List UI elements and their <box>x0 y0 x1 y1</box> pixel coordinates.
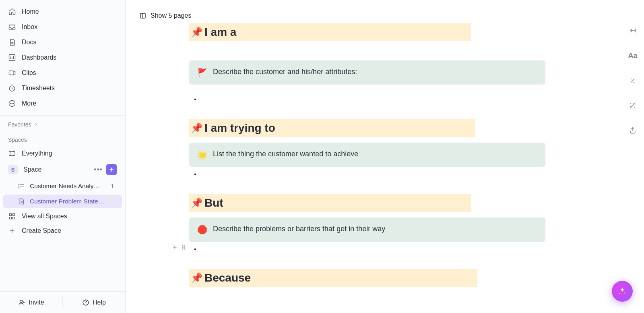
sidebar-item-view-all-spaces[interactable]: View all Spaces <box>0 209 125 224</box>
sidebar-bottom: Invite Help <box>0 291 125 313</box>
help-button[interactable]: Help <box>63 299 125 306</box>
inbox-icon <box>8 23 16 31</box>
nav-more-label: More <box>22 100 36 107</box>
nav-dashboards-label: Dashboards <box>22 54 56 61</box>
help-label: Help <box>93 299 106 306</box>
tree-item-label: Customer Needs Analy… <box>30 182 104 190</box>
bullet-empty[interactable] <box>194 171 620 178</box>
tree-item-customer-needs[interactable]: Customer Needs Analy… 1 <box>3 179 122 193</box>
nav-inbox-label: Inbox <box>22 23 37 31</box>
doc-icon <box>8 38 16 46</box>
spaces-section[interactable]: Spaces <box>0 131 125 146</box>
tree-item-label: Customer Problem State… <box>30 198 114 205</box>
nav-docs[interactable]: Docs <box>0 35 125 50</box>
callout-text: Describe the problems or barriers that g… <box>213 225 385 233</box>
callout-problems[interactable]: 🛑 Describe the problems or barriers that… <box>189 218 545 242</box>
space-badge: S <box>8 165 18 174</box>
add-block-button[interactable] <box>171 244 178 252</box>
sidebar-item-create-space[interactable]: Create Space <box>0 224 125 238</box>
nav-dashboards[interactable]: Dashboards <box>0 50 125 65</box>
stop-icon: 🛑 <box>197 225 207 234</box>
svg-point-18 <box>20 300 23 303</box>
tree-item-customer-problem[interactable]: Customer Problem State… <box>3 195 122 208</box>
bullet-empty[interactable] <box>194 96 620 103</box>
nav-docs-label: Docs <box>22 39 36 46</box>
nav-home[interactable]: Home <box>0 4 125 19</box>
favorites-section[interactable]: Favorites <box>0 116 125 131</box>
nav-timesheets-label: Timesheets <box>22 85 55 92</box>
heading-text: Because <box>204 272 251 284</box>
nav-home-label: Home <box>22 8 39 15</box>
chevron-right-icon <box>34 122 39 127</box>
callout-text: Describe the customer and his/her attrib… <box>213 68 357 76</box>
create-space-label: Create Space <box>22 227 61 234</box>
heading-i-am-a[interactable]: 📌 I am a <box>189 23 471 41</box>
doc-content: 📌 I am a 🚩 Describe the customer and his… <box>189 23 620 303</box>
collapse-sidebar-button[interactable] <box>626 24 639 37</box>
nav-timesheets[interactable]: Timesheets <box>0 81 125 96</box>
share-button[interactable] <box>626 124 639 137</box>
home-icon <box>8 8 16 16</box>
callout-describe-customer[interactable]: 🚩 Describe the customer and his/her attr… <box>189 60 545 85</box>
nav-clips[interactable]: Clips <box>0 65 125 81</box>
svg-rect-20 <box>140 13 145 18</box>
svg-rect-17 <box>13 217 15 219</box>
user-plus-icon <box>18 299 25 306</box>
space-more-button[interactable]: ••• <box>94 166 103 174</box>
ai-fab-button[interactable] <box>612 281 633 302</box>
invite-button[interactable]: Invite <box>0 299 62 306</box>
magic-wand-button[interactable] <box>626 99 639 112</box>
right-rail: Aa <box>621 24 644 137</box>
bullet-empty[interactable] <box>194 246 620 253</box>
more-horizontal-icon <box>8 99 16 108</box>
sidebar-item-space[interactable]: S Space ••• <box>0 161 125 178</box>
show-pages-label: Show 5 pages <box>151 12 191 19</box>
svg-point-22 <box>184 245 185 246</box>
plus-icon <box>8 227 16 235</box>
heading-but[interactable]: 📌 But <box>189 194 471 212</box>
callout-achieve[interactable]: 🌟 List the thing the customer wanted to … <box>189 143 545 167</box>
pushpin-icon: 📌 <box>191 122 203 134</box>
svg-point-12 <box>19 186 19 187</box>
drag-handle[interactable] <box>180 244 187 252</box>
heading-text: I am trying to <box>204 122 275 135</box>
svg-point-5 <box>12 103 12 104</box>
svg-rect-14 <box>9 214 11 216</box>
svg-rect-1 <box>9 71 14 75</box>
invite-label: Invite <box>29 299 44 306</box>
spaces-label: Spaces <box>8 137 27 143</box>
flag-icon: 🚩 <box>197 68 207 77</box>
ai-suggest-button[interactable] <box>626 74 639 87</box>
grid-icon <box>8 212 16 220</box>
space-add-button[interactable] <box>106 164 117 175</box>
show-pages-toggle[interactable]: Show 5 pages <box>139 12 620 19</box>
heading-because[interactable]: 📌 Because <box>189 269 477 287</box>
pushpin-icon: 📌 <box>191 27 203 38</box>
typography-button[interactable]: Aa <box>626 49 639 62</box>
star-icon: 🌟 <box>197 150 207 160</box>
pages-icon <box>139 12 147 19</box>
nav-more[interactable]: More <box>0 96 125 111</box>
svg-point-25 <box>182 249 183 249</box>
clips-icon <box>8 69 16 77</box>
nav-clips-label: Clips <box>22 69 36 77</box>
svg-point-21 <box>182 245 183 246</box>
nav-inbox[interactable]: Inbox <box>0 19 125 35</box>
svg-point-26 <box>184 249 185 249</box>
pushpin-icon: 📌 <box>191 272 203 284</box>
sidebar-item-everything[interactable]: Everything <box>0 146 125 161</box>
heading-trying-to[interactable]: 📌 I am trying to <box>189 119 475 137</box>
sidebar-primary-nav: Home Inbox Docs Dashboards Clips Timeshe… <box>0 0 125 116</box>
dashboard-icon <box>8 54 16 62</box>
list-icon <box>18 182 25 190</box>
svg-rect-16 <box>9 217 11 219</box>
space-name: Space <box>23 166 41 173</box>
everything-label: Everything <box>22 150 52 157</box>
sparkle-icon <box>618 287 627 296</box>
svg-point-10 <box>13 155 14 156</box>
svg-point-9 <box>9 155 10 156</box>
svg-point-4 <box>10 103 11 104</box>
favorites-label: Favorites <box>8 121 31 128</box>
svg-point-11 <box>19 184 19 185</box>
svg-point-24 <box>184 247 185 248</box>
